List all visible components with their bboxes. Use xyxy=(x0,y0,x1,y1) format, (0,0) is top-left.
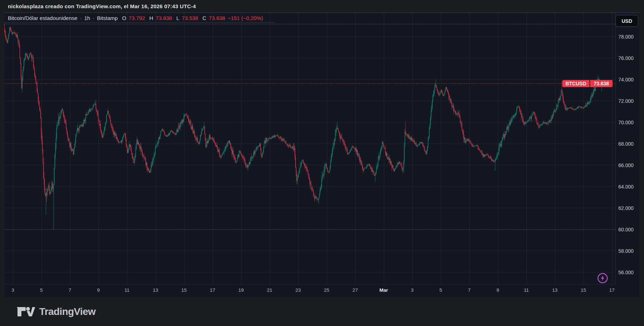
logo-mark-icon xyxy=(16,306,35,317)
price-tick: 58.000 xyxy=(618,248,634,254)
ohlc-low-value: 73.538 xyxy=(182,15,198,21)
time-tick: 27 xyxy=(347,287,363,293)
price-tick: 64.000 xyxy=(618,184,634,190)
time-tick: 13 xyxy=(547,287,563,293)
time-tick: 9 xyxy=(490,287,506,293)
price-line-tag[interactable]: BTCUSD 73.638 xyxy=(562,80,613,87)
price-tag-symbol: BTCUSD xyxy=(562,80,589,87)
ohlc-high-value: 73.838 xyxy=(156,15,172,21)
time-tick: 19 xyxy=(233,287,249,293)
time-tick: 17 xyxy=(604,287,620,293)
exchange-label[interactable]: Bitstamp xyxy=(97,15,118,21)
change-value: −151 (−0,20%) xyxy=(228,15,263,21)
time-tick: Mar xyxy=(376,287,392,293)
price-tick: 74.000 xyxy=(618,77,634,82)
chart-widget: Bitcoin/Dólar estadounidense · 1h · Bits… xyxy=(4,12,639,297)
price-tick: 76.000 xyxy=(618,55,634,61)
time-tick: 13 xyxy=(148,287,163,293)
time-tick: 5 xyxy=(433,287,449,293)
attribution-text: nickolasplaza creado con TradingView.com… xyxy=(8,3,196,9)
lightning-icon xyxy=(597,272,608,284)
ohlc-low-label: L xyxy=(176,15,179,21)
price-tick: 56.000 xyxy=(618,270,634,275)
time-tick: 3 xyxy=(5,287,21,293)
currency-toggle-button[interactable]: USD xyxy=(615,15,638,27)
time-tick: 11 xyxy=(119,287,135,293)
legend: Bitcoin/Dólar estadounidense · 1h · Bits… xyxy=(5,15,275,23)
time-tick: 21 xyxy=(262,287,277,293)
time-tick: 9 xyxy=(91,287,106,293)
ohlc-open-label: O xyxy=(122,15,126,21)
price-tick: 70.000 xyxy=(618,120,634,125)
time-tick: 25 xyxy=(319,287,334,293)
grid xyxy=(4,13,615,284)
ohlc-open-value: 73.792 xyxy=(129,15,145,21)
time-tick: 15 xyxy=(176,287,192,293)
symbol-title[interactable]: Bitcoin/Dólar estadounidense xyxy=(8,15,77,21)
time-tick: 17 xyxy=(205,287,220,293)
price-tag-value: 73.638 xyxy=(590,80,613,87)
time-tick: 11 xyxy=(518,287,534,293)
time-tick: 3 xyxy=(404,287,420,293)
price-tick: 60.000 xyxy=(618,227,634,232)
time-tick: 5 xyxy=(34,287,49,293)
time-axis[interactable]: 3579111315171921232527Mar357911131517 xyxy=(4,284,615,297)
time-tick: 7 xyxy=(62,287,78,293)
price-tick: 78.000 xyxy=(618,34,634,40)
separator-dot: · xyxy=(80,15,82,21)
price-tick: 68.000 xyxy=(618,141,634,147)
logo-text: TradingView xyxy=(39,306,96,317)
ohlc-high-label: H xyxy=(149,15,153,21)
price-tick: 62.000 xyxy=(618,205,634,211)
page: nickolasplaza creado con TradingView.com… xyxy=(0,0,644,326)
lightning-button[interactable] xyxy=(597,272,608,284)
tradingview-logo[interactable]: TradingView xyxy=(0,297,644,326)
candlestick-svg[interactable] xyxy=(4,13,615,284)
price-tick: 72.000 xyxy=(618,98,634,104)
time-tick: 15 xyxy=(576,287,591,293)
time-tick: 23 xyxy=(290,287,306,293)
ohlc-close-label: C xyxy=(203,15,206,21)
price-tick: 66.000 xyxy=(618,162,634,168)
candles xyxy=(4,22,602,230)
ohlc-close-value: 73.638 xyxy=(209,15,225,21)
interval-label[interactable]: 1h xyxy=(84,15,90,21)
separator-dot: · xyxy=(93,15,94,21)
chart-canvas[interactable]: Bitcoin/Dólar estadounidense · 1h · Bits… xyxy=(4,13,615,284)
top-attribution-bar: nickolasplaza creado con TradingView.com… xyxy=(0,0,644,12)
time-tick: 7 xyxy=(461,287,477,293)
price-axis[interactable]: 78.00076.00074.00072.00070.00068.00066.0… xyxy=(615,13,639,284)
